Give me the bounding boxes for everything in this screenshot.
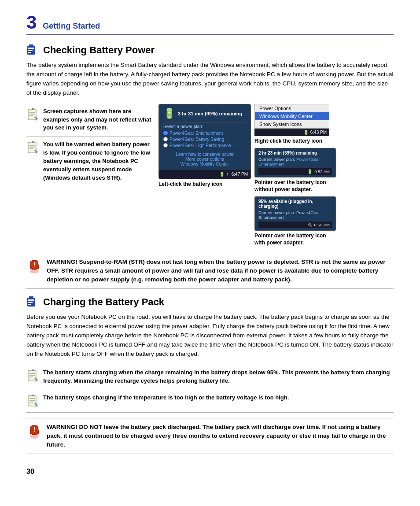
svg-rect-22 (28, 370, 36, 381)
hover-adapter-plan: Current power plan: Power4Gear Entertain… (258, 210, 332, 220)
hover-no-adapter-caption: Pointer over the battery iconwithout pow… (254, 179, 336, 193)
note-box-1: Screen captures shown here are examples … (26, 104, 151, 137)
right-click-screenshot: Power Options Windows Mobility Center Sh… (254, 104, 336, 145)
select-plan-label: Select a power plan: (163, 124, 246, 129)
left-click-screenshot: 🔋 3 hr 31 min (99%) remaining Select a p… (158, 104, 251, 247)
hover-plan-name: Power4Gear Entertainment (258, 157, 320, 166)
link-mobility: Windows Mobility Center (163, 162, 246, 166)
right-click-caption: Right-click the battery icon (254, 138, 336, 145)
charging-battery-body: Before you use your Notebook PC on the r… (26, 313, 394, 359)
svg-rect-4 (28, 52, 31, 53)
link-more-options: More power options (163, 157, 246, 162)
note-icon-1 (26, 108, 40, 122)
left-popup-taskbar: 🔋 ↑ 6:47 PM (159, 170, 251, 179)
battery-taskbar-icon: 🔋 (219, 172, 225, 177)
warning-box-2: ! WARNING! DO NOT leave the battery pack… (26, 418, 394, 454)
plan-3-label: Power4Gear High Performance (169, 143, 231, 148)
hover-adapter-taskbar: 🔌 6:55 PM (258, 222, 332, 228)
note-box-4: The battery stops charging if the temper… (26, 390, 394, 413)
svg-rect-10 (28, 142, 36, 153)
note-icon-2 (26, 141, 40, 155)
section-title-charging-text: Charging the Battery Pack (43, 296, 164, 308)
note-icon-3 (26, 369, 40, 383)
rc-time: 6:43 PM (310, 130, 327, 135)
hover-time: 9:52 AM (314, 169, 330, 174)
menu-item-power: Power Options (255, 104, 329, 112)
plan-2-label: Power4Gear Battery Saving (169, 137, 224, 142)
svg-rect-21 (28, 304, 31, 305)
section-title-charging: Charging the Battery Pack (26, 296, 394, 308)
hover-with-adapter-screenshot: 95% available (plugged in, charging) Cur… (254, 196, 336, 246)
left-click-caption: Left-click the battery icon (158, 181, 251, 188)
section-title-checking: Checking Battery Power (26, 44, 394, 56)
menu-item-mobility: Windows Mobility Center (255, 112, 329, 120)
svg-rect-3 (28, 50, 33, 51)
charging-section-icon (26, 296, 39, 308)
svg-rect-18 (29, 296, 33, 298)
warning-text-2: WARNING! DO NOT leave the battery pack d… (47, 423, 394, 450)
section-checking-battery: Checking Battery Power The battery syste… (26, 44, 394, 289)
plan-option-2: Power4Gear Battery Saving (163, 137, 246, 142)
hover-no-adapter-popup: 2 hr 23 min (59%) remaining Current powe… (254, 148, 336, 177)
left-popup-time: 6:47 PM (232, 172, 248, 177)
svg-rect-28 (32, 395, 34, 396)
battery-icon-big: 🔋 (163, 108, 175, 119)
win-leftclick-popup: 🔋 3 hr 31 min (99%) remaining Select a p… (158, 104, 251, 179)
notes-screenshots-area: Screen captures shown here are examples … (26, 104, 394, 247)
note-text-2: You will be warned when battery power is… (43, 140, 151, 182)
svg-rect-6 (32, 108, 34, 110)
hover-with-adapter-popup: 95% available (plugged in, charging) Cur… (254, 196, 336, 231)
right-screenshots-stack: Power Options Windows Mobility Center Sh… (254, 104, 336, 247)
right-click-taskbar: 🔋 6:43 PM (254, 129, 329, 136)
radio-1 (163, 131, 168, 135)
chapter-title: Getting Started (43, 22, 100, 31)
note-box-3: The battery starts charging when the cha… (26, 365, 394, 390)
svg-rect-27 (28, 395, 36, 406)
battery-section-icon (26, 44, 39, 56)
warning-box-1: ! WARNING! Suspend-to-RAM (STR) does not… (26, 253, 394, 289)
hover-batt-time: 2 hr 23 min (59%) remaining (258, 151, 332, 155)
section-charging-battery: Charging the Battery Pack Before you use… (26, 296, 394, 454)
plan-option-3: Power4Gear High Performance (163, 143, 246, 148)
screenshots-column: 🔋 3 hr 31 min (99%) remaining Select a p… (158, 104, 394, 247)
plan-option-1: Power4Gear Entertainment (163, 131, 246, 136)
battery-time-text: 3 hr 31 min (99%) remaining (178, 111, 242, 116)
hover-adapter-batt-time: 95% available (plugged in, charging) (258, 199, 332, 209)
bottom-divider (26, 463, 394, 463)
svg-rect-20 (28, 302, 33, 303)
right-click-wrapper: Power Options Windows Mobility Center Sh… (254, 104, 336, 136)
plan-1-label: Power4Gear Entertainment (169, 131, 223, 136)
warning-text-1: WARNING! Suspend-to-RAM (STR) does not l… (47, 258, 394, 284)
section-title-checking-text: Checking Battery Power (43, 44, 155, 56)
chapter-number: 3 (26, 13, 37, 32)
rc-battery-icon: 🔋 (303, 130, 309, 135)
cursor-indicator: ↑ (226, 171, 229, 177)
svg-rect-5 (28, 109, 36, 120)
checking-battery-body: The battery system implements the Smart … (26, 61, 394, 98)
note-box-2: You will be warned when battery power is… (26, 137, 151, 186)
svg-rect-23 (32, 369, 34, 371)
link-conserve: Learn how to conserve power (163, 152, 246, 157)
radio-3 (163, 143, 168, 148)
note-text-1: Screen captures shown here are examples … (43, 107, 151, 133)
hover-batt-icon: 🔋 (307, 169, 313, 174)
svg-rect-2 (28, 48, 34, 49)
svg-text:!: ! (33, 261, 36, 268)
svg-rect-19 (28, 299, 34, 301)
chapter-header: 3 Getting Started (26, 13, 394, 35)
svg-rect-1 (29, 44, 33, 46)
radio-2 (163, 137, 168, 141)
notes-column: Screen captures shown here are examples … (26, 104, 158, 247)
hover-adapter-batt-icon: 🔌 (307, 222, 313, 227)
menu-item-icons: Show System Icons (255, 120, 329, 128)
note-icon-4 (26, 395, 40, 408)
hover-adapter-time: 6:55 PM (314, 222, 330, 227)
warning-icon-2: ! (26, 424, 42, 440)
hover-with-adapter-caption: Pointer over the battery iconwith power … (254, 233, 336, 246)
warning-icon-1: ! (26, 259, 42, 274)
page-number: 30 (26, 468, 394, 476)
hover-taskbar: 🔋 9:52 AM (258, 168, 332, 175)
hover-plan: Current power plan: Power4Gear Entertain… (258, 157, 332, 166)
screenshot-row-main: 🔋 3 hr 31 min (99%) remaining Select a p… (158, 104, 394, 247)
svg-rect-11 (32, 141, 34, 143)
